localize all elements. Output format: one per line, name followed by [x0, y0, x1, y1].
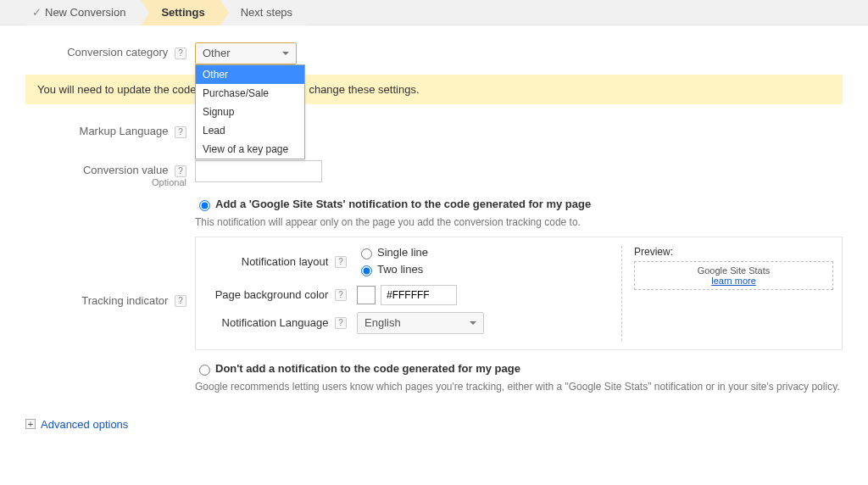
checkmark-icon: ✓ [32, 6, 42, 19]
radio-label-text: Add a 'Google Site Stats' notification t… [215, 198, 591, 210]
help-icon[interactable]: ? [335, 289, 347, 301]
dropdown-item-other[interactable]: Other [196, 65, 304, 84]
breadcrumb-step-settings[interactable]: Settings [141, 0, 220, 25]
radio-label-text: Two lines [377, 263, 423, 276]
dropdown-value: English [364, 313, 401, 333]
radio-two-lines[interactable]: Two lines [357, 263, 423, 276]
conversion-value-input[interactable] [195, 160, 322, 182]
conversion-category-menu: Other Purchase/Sale Signup Lead View of … [195, 64, 305, 159]
radio-dont-add-notification[interactable]: Don't add a notification to the code gen… [195, 362, 843, 376]
dropdown-item-lead[interactable]: Lead [196, 121, 304, 140]
preview-label: Preview: [634, 246, 833, 258]
radio-add-desc: This notification will appear only on th… [195, 216, 843, 228]
row-background-color: Page background color ? [204, 285, 621, 305]
label-sub: Optional [25, 177, 186, 187]
label-background-color: Page background color ? [204, 288, 357, 302]
dropdown-item-signup[interactable]: Signup [196, 103, 304, 121]
help-icon[interactable]: ? [335, 256, 347, 268]
radio-two-lines-input[interactable] [361, 265, 372, 276]
label-tracking-indicator: Tracking indicator ? [25, 291, 195, 308]
row-notification-layout: Notification layout ? Single line Two li… [204, 246, 621, 278]
breadcrumb-step-next[interactable]: Next steps [220, 0, 308, 25]
radio-add-notification-input[interactable] [199, 200, 210, 211]
dropdown-value: Other [203, 43, 231, 64]
preview-text: Google Site Stats [642, 265, 826, 276]
conversion-category-dropdown[interactable]: Other [195, 42, 297, 64]
label-notification-language: Notification Language ? [204, 316, 357, 330]
breadcrumb-label: Settings [161, 6, 204, 19]
advanced-options-toggle[interactable]: + Advanced options [25, 418, 843, 431]
radio-label-text: Don't add a notification to the code gen… [215, 362, 520, 375]
plus-icon: + [25, 419, 36, 429]
label-text: Tracking indicator [81, 294, 168, 307]
chevron-down-icon [282, 52, 289, 55]
help-icon[interactable]: ? [175, 126, 186, 138]
label-text: Notification layout [242, 255, 329, 268]
advanced-label: Advanced options [41, 418, 128, 431]
label-text: Conversion category [67, 46, 168, 59]
radio-single-line[interactable]: Single line [357, 246, 428, 259]
preview-learn-more-link[interactable]: learn more [711, 276, 756, 286]
row-notification-language: Notification Language ? English [204, 312, 621, 334]
preview-box: Google Site Stats learn more [634, 261, 833, 290]
help-icon[interactable]: ? [175, 165, 186, 177]
chevron-down-icon [470, 321, 476, 325]
breadcrumb-label: Next steps [241, 6, 292, 19]
radio-single-line-input[interactable] [361, 248, 372, 259]
background-color-input[interactable] [381, 285, 457, 305]
breadcrumb: ✓New Conversion Settings Next steps [0, 0, 868, 25]
warning-banner: You will need to update the code on your… [25, 75, 843, 104]
label-conversion-value: Conversion value ? Optional [25, 160, 195, 187]
row-markup-language: Markup Language ? HTML [25, 121, 843, 143]
dropdown-item-purchase[interactable]: Purchase/Sale [196, 84, 304, 103]
radio-dont-add-input[interactable] [199, 365, 210, 376]
notification-language-dropdown[interactable]: English [357, 312, 484, 334]
row-tracking-indicator: Tracking indicator ? Add a 'Google Site … [25, 198, 843, 401]
help-icon[interactable]: ? [335, 317, 347, 329]
breadcrumb-label: New Conversion [45, 6, 125, 19]
radio-dont-desc: Google recommends letting users know whi… [195, 381, 843, 393]
breadcrumb-step-new-conversion[interactable]: ✓New Conversion [24, 0, 141, 25]
dropdown-item-viewkey[interactable]: View of a key page [196, 140, 304, 159]
label-conversion-category: Conversion category ? [25, 42, 195, 59]
help-icon[interactable]: ? [175, 47, 186, 59]
help-icon[interactable]: ? [175, 295, 186, 307]
radio-label-text: Single line [377, 246, 428, 259]
label-text: Page background color [215, 288, 329, 301]
row-conversion-category: Conversion category ? Other Other Purcha… [25, 42, 843, 64]
radio-add-notification[interactable]: Add a 'Google Site Stats' notification t… [195, 198, 843, 211]
label-markup-language: Markup Language ? [25, 121, 195, 138]
label-text: Markup Language [80, 125, 169, 137]
label-text: Notification Language [222, 316, 329, 329]
row-conversion-value: Conversion value ? Optional [25, 160, 843, 187]
label-text: Conversion value [83, 164, 168, 176]
label-notification-layout: Notification layout ? [204, 255, 357, 269]
notification-settings-box: Notification layout ? Single line Two li… [195, 237, 843, 350]
color-swatch[interactable] [357, 286, 376, 304]
